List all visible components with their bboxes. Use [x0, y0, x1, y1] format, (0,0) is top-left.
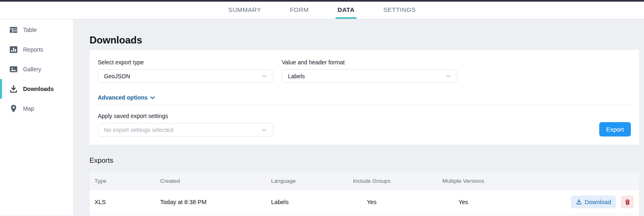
sidebar-item-table[interactable]: Table [0, 20, 73, 40]
export-type-label: Select export type [98, 59, 274, 66]
header-format-select[interactable]: Labels [282, 69, 458, 83]
export-multiple-versions-cell: Yes [398, 199, 528, 205]
column-header-language: Language [271, 178, 345, 184]
chevron-down-icon [261, 73, 267, 80]
data-sidebar: Table Reports Gallery Downloads Map [0, 19, 73, 216]
next-row-partial [90, 214, 639, 216]
sidebar-item-map[interactable]: Map [0, 99, 73, 118]
saved-settings-field: Apply saved export settings No export se… [98, 113, 274, 136]
export-language-cell: Labels [271, 199, 345, 205]
chevron-down-icon [150, 95, 156, 101]
export-include-groups-cell: Yes [345, 199, 398, 205]
download-icon [576, 199, 582, 205]
chevron-down-icon [445, 73, 451, 80]
sidebar-item-label: Gallery [23, 66, 41, 73]
download-button-label: Download [585, 199, 612, 205]
delete-export-button[interactable] [621, 196, 634, 208]
export-button[interactable]: Export [599, 122, 631, 136]
export-settings-card: Select export type GeoJSON Value and hea… [90, 50, 639, 145]
saved-settings-label: Apply saved export settings [98, 113, 274, 119]
tab-settings[interactable]: SETTINGS [381, 2, 418, 19]
page-title: Downloads [90, 35, 639, 45]
header-format-value: Labels [288, 73, 305, 80]
export-type-value: GeoJSON [104, 73, 130, 80]
project-topbar: SUMMARY FORM DATA SETTINGS [0, 2, 644, 19]
column-header-include-groups: Include Groups [345, 178, 398, 184]
sidebar-item-reports[interactable]: Reports [0, 40, 73, 59]
tab-summary[interactable]: SUMMARY [226, 2, 263, 19]
sidebar-item-gallery[interactable]: Gallery [0, 59, 73, 79]
tab-form[interactable]: FORM [288, 2, 311, 19]
export-created-cell: Today at 8:38 PM [160, 199, 271, 205]
saved-settings-select[interactable]: No export settings selected [98, 123, 274, 136]
column-header-created: Created [160, 178, 271, 184]
table-icon [9, 25, 18, 34]
column-header-type: Type [90, 178, 160, 184]
header-format-label: Value and header format [282, 59, 458, 66]
project-tabs: SUMMARY FORM DATA SETTINGS [226, 2, 418, 19]
sidebar-item-label: Reports [23, 46, 43, 53]
map-pin-icon [9, 104, 18, 113]
export-type-cell: XLS [90, 199, 160, 205]
table-row: XLS Today at 8:38 PM Labels Yes Yes Down… [90, 190, 639, 214]
exports-table-header: Type Created Language Include Groups Mul… [90, 172, 639, 190]
advanced-options-label: Advanced options [98, 94, 147, 101]
sidebar-item-label: Downloads [23, 86, 54, 92]
export-type-select[interactable]: GeoJSON [98, 69, 274, 83]
card-divider [98, 105, 631, 105]
trash-icon [624, 199, 631, 205]
export-type-field: Select export type GeoJSON [98, 59, 274, 83]
exports-table: Type Created Language Include Groups Mul… [90, 172, 639, 216]
image-icon [9, 65, 18, 74]
sidebar-item-label: Map [23, 105, 34, 112]
advanced-options-toggle[interactable]: Advanced options [98, 94, 156, 101]
chevron-down-icon [261, 127, 267, 133]
saved-settings-placeholder: No export settings selected [104, 127, 173, 133]
bar-chart-icon [9, 45, 18, 54]
download-icon [9, 84, 18, 93]
sidebar-item-label: Table [23, 27, 37, 33]
sidebar-item-downloads[interactable]: Downloads [0, 79, 73, 99]
downloads-page: Downloads Select export type GeoJSON Val… [73, 19, 644, 216]
header-format-field: Value and header format Labels [282, 59, 458, 83]
download-export-button[interactable]: Download [571, 196, 616, 208]
exports-section-title: Exports [90, 157, 639, 165]
column-header-multiple-versions: Multiple Versions [398, 178, 528, 184]
tab-data[interactable]: DATA [336, 2, 356, 19]
